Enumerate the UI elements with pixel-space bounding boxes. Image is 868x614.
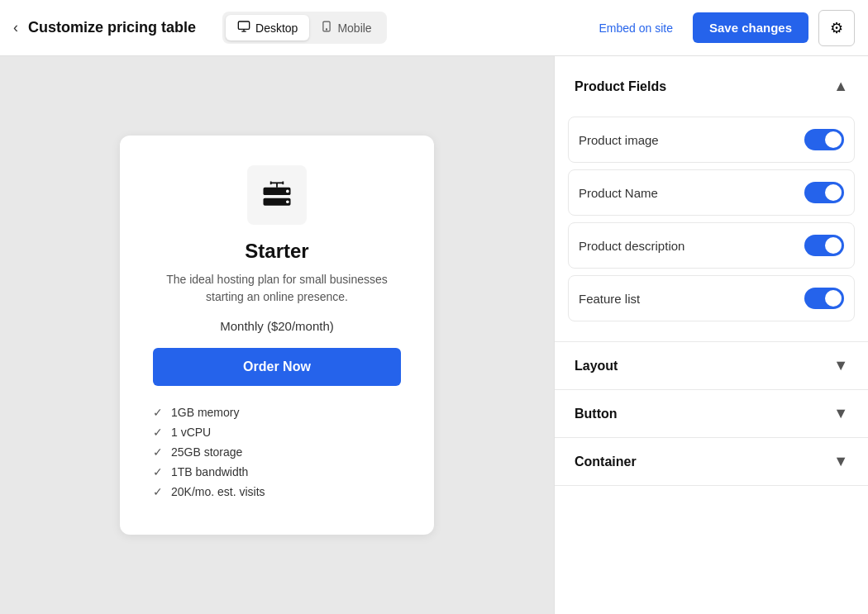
page-title: Customize pricing table bbox=[28, 19, 196, 36]
check-icon: ✓ bbox=[153, 485, 163, 498]
chevron-down-icon: ▼ bbox=[833, 453, 848, 470]
section-label-button: Button bbox=[575, 407, 618, 421]
server-icon bbox=[259, 177, 295, 213]
product-title: Starter bbox=[245, 240, 308, 263]
product-price: Monthly ($20/month) bbox=[220, 319, 334, 333]
toggle-row-product-image: Product image bbox=[568, 117, 855, 163]
embed-on-site-button[interactable]: Embed on site bbox=[589, 15, 683, 41]
section-label-product-fields: Product Fields bbox=[575, 79, 666, 94]
toggle-feature-list[interactable] bbox=[804, 288, 844, 309]
gear-icon: ⚙ bbox=[830, 19, 843, 37]
feature-item: ✓ 20K/mo. est. visits bbox=[153, 482, 401, 502]
toggle-label-product-name: Product Name bbox=[579, 186, 658, 200]
section-label-container: Container bbox=[575, 455, 637, 469]
feature-item: ✓ 25GB storage bbox=[153, 442, 401, 462]
product-description: The ideal hosting plan for small busines… bbox=[153, 271, 401, 306]
feature-text: 25GB storage bbox=[171, 445, 242, 459]
tab-mobile-label: Mobile bbox=[337, 21, 371, 35]
accordion-header-product-fields[interactable]: Product Fields ▲ bbox=[555, 63, 868, 110]
accordion-section-container: Container ▼ bbox=[555, 438, 868, 486]
sidebar: Product Fields ▲ Product image Product N… bbox=[554, 56, 868, 614]
svg-rect-0 bbox=[238, 21, 249, 29]
feature-list: ✓ 1GB memory ✓ 1 vCPU ✓ 25GB storage ✓ 1… bbox=[153, 402, 401, 502]
toggle-row-product-description: Product description bbox=[568, 222, 855, 269]
view-tabs: Desktop Mobile bbox=[222, 12, 387, 44]
feature-text: 1GB memory bbox=[171, 406, 239, 419]
accordion-header-layout[interactable]: Layout ▼ bbox=[555, 342, 868, 389]
toggle-product-description[interactable] bbox=[804, 235, 844, 256]
accordion-section-product-fields: Product Fields ▲ Product image Product N… bbox=[555, 63, 868, 342]
svg-point-4 bbox=[327, 29, 327, 30]
desktop-icon bbox=[237, 20, 250, 36]
feature-text: 20K/mo. est. visits bbox=[171, 485, 265, 498]
save-changes-button[interactable]: Save changes bbox=[693, 12, 808, 43]
check-icon: ✓ bbox=[153, 426, 163, 439]
feature-text: 1TB bandwidth bbox=[171, 465, 248, 478]
back-arrow-icon: ‹ bbox=[13, 19, 18, 36]
accordion-section-button: Button ▼ bbox=[555, 390, 868, 438]
product-icon-container bbox=[247, 165, 307, 225]
svg-point-7 bbox=[286, 190, 289, 193]
toggle-row-product-name: Product Name bbox=[568, 169, 855, 216]
main-layout: Starter The ideal hosting plan for small… bbox=[0, 56, 868, 614]
check-icon: ✓ bbox=[153, 445, 163, 459]
header: ‹ Customize pricing table Desktop Mobile… bbox=[0, 0, 868, 56]
tab-mobile[interactable]: Mobile bbox=[309, 15, 383, 40]
feature-item: ✓ 1TB bandwidth bbox=[153, 462, 401, 482]
feature-text: 1 vCPU bbox=[171, 426, 211, 439]
toggle-fields-product: Product image Product Name Product descr… bbox=[555, 110, 868, 341]
product-card: Starter The ideal hosting plan for small… bbox=[120, 136, 434, 535]
check-icon: ✓ bbox=[153, 406, 163, 419]
tab-desktop-label: Desktop bbox=[255, 21, 298, 35]
toggle-product-name[interactable] bbox=[804, 182, 844, 203]
toggle-product-image[interactable] bbox=[804, 129, 844, 150]
accordion-section-layout: Layout ▼ bbox=[555, 342, 868, 390]
order-now-button[interactable]: Order Now bbox=[153, 348, 401, 386]
chevron-up-icon: ▲ bbox=[833, 78, 848, 95]
chevron-down-icon: ▼ bbox=[833, 405, 848, 422]
feature-item: ✓ 1 vCPU bbox=[153, 422, 401, 442]
tab-desktop[interactable]: Desktop bbox=[226, 15, 309, 40]
settings-button[interactable]: ⚙ bbox=[818, 10, 855, 46]
toggle-label-product-image: Product image bbox=[579, 133, 659, 147]
preview-area: Starter The ideal hosting plan for small… bbox=[0, 56, 554, 614]
accordion-header-container[interactable]: Container ▼ bbox=[555, 438, 868, 485]
chevron-down-icon: ▼ bbox=[833, 357, 848, 374]
toggle-label-feature-list: Feature list bbox=[579, 292, 640, 306]
svg-point-8 bbox=[286, 200, 289, 203]
toggle-row-feature-list: Feature list bbox=[568, 275, 855, 321]
feature-item: ✓ 1GB memory bbox=[153, 402, 401, 422]
accordion-header-button[interactable]: Button ▼ bbox=[555, 390, 868, 437]
check-icon: ✓ bbox=[153, 465, 163, 478]
mobile-icon bbox=[321, 20, 332, 36]
back-button[interactable]: ‹ bbox=[13, 19, 18, 36]
toggle-label-product-description: Product description bbox=[579, 239, 684, 253]
section-label-layout: Layout bbox=[575, 359, 618, 374]
